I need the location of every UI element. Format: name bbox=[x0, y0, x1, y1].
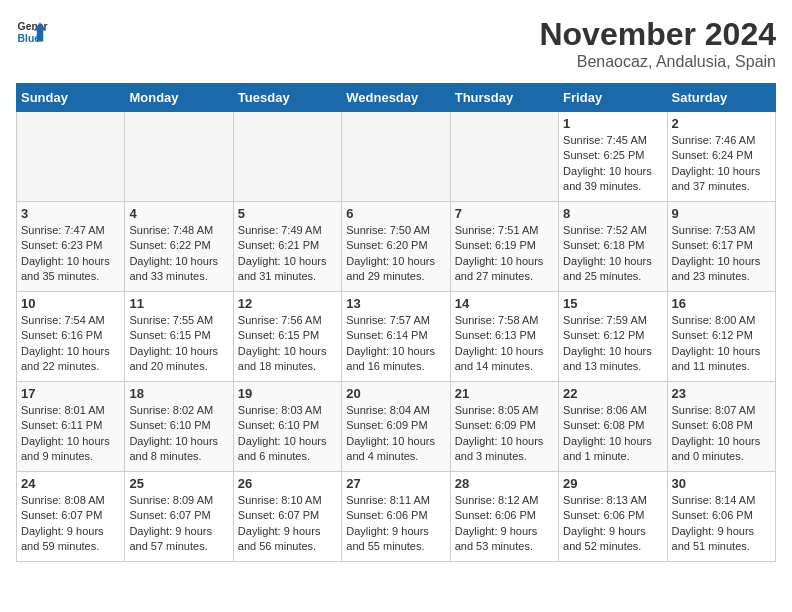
day-info: Sunrise: 7:56 AM Sunset: 6:15 PM Dayligh… bbox=[238, 313, 337, 375]
calendar-cell: 11Sunrise: 7:55 AM Sunset: 6:15 PM Dayli… bbox=[125, 292, 233, 382]
day-number: 27 bbox=[346, 476, 445, 491]
day-info: Sunrise: 7:49 AM Sunset: 6:21 PM Dayligh… bbox=[238, 223, 337, 285]
day-info: Sunrise: 7:58 AM Sunset: 6:13 PM Dayligh… bbox=[455, 313, 554, 375]
day-number: 4 bbox=[129, 206, 228, 221]
weekday-header-tuesday: Tuesday bbox=[233, 84, 341, 112]
weekday-header-saturday: Saturday bbox=[667, 84, 775, 112]
day-number: 7 bbox=[455, 206, 554, 221]
day-number: 19 bbox=[238, 386, 337, 401]
day-info: Sunrise: 7:50 AM Sunset: 6:20 PM Dayligh… bbox=[346, 223, 445, 285]
calendar-cell: 22Sunrise: 8:06 AM Sunset: 6:08 PM Dayli… bbox=[559, 382, 667, 472]
day-info: Sunrise: 8:10 AM Sunset: 6:07 PM Dayligh… bbox=[238, 493, 337, 555]
weekday-header-friday: Friday bbox=[559, 84, 667, 112]
day-number: 24 bbox=[21, 476, 120, 491]
day-info: Sunrise: 7:51 AM Sunset: 6:19 PM Dayligh… bbox=[455, 223, 554, 285]
day-info: Sunrise: 8:12 AM Sunset: 6:06 PM Dayligh… bbox=[455, 493, 554, 555]
day-info: Sunrise: 8:04 AM Sunset: 6:09 PM Dayligh… bbox=[346, 403, 445, 465]
calendar-cell: 18Sunrise: 8:02 AM Sunset: 6:10 PM Dayli… bbox=[125, 382, 233, 472]
calendar-cell: 3Sunrise: 7:47 AM Sunset: 6:23 PM Daylig… bbox=[17, 202, 125, 292]
calendar-cell: 7Sunrise: 7:51 AM Sunset: 6:19 PM Daylig… bbox=[450, 202, 558, 292]
day-number: 22 bbox=[563, 386, 662, 401]
day-number: 23 bbox=[672, 386, 771, 401]
day-info: Sunrise: 8:05 AM Sunset: 6:09 PM Dayligh… bbox=[455, 403, 554, 465]
weekday-header-thursday: Thursday bbox=[450, 84, 558, 112]
weekday-header-sunday: Sunday bbox=[17, 84, 125, 112]
day-info: Sunrise: 8:06 AM Sunset: 6:08 PM Dayligh… bbox=[563, 403, 662, 465]
day-number: 25 bbox=[129, 476, 228, 491]
calendar-cell: 6Sunrise: 7:50 AM Sunset: 6:20 PM Daylig… bbox=[342, 202, 450, 292]
day-number: 5 bbox=[238, 206, 337, 221]
calendar-cell: 30Sunrise: 8:14 AM Sunset: 6:06 PM Dayli… bbox=[667, 472, 775, 562]
day-info: Sunrise: 7:52 AM Sunset: 6:18 PM Dayligh… bbox=[563, 223, 662, 285]
calendar-cell: 16Sunrise: 8:00 AM Sunset: 6:12 PM Dayli… bbox=[667, 292, 775, 382]
day-number: 15 bbox=[563, 296, 662, 311]
day-number: 1 bbox=[563, 116, 662, 131]
day-number: 6 bbox=[346, 206, 445, 221]
calendar-table: SundayMondayTuesdayWednesdayThursdayFrid… bbox=[16, 83, 776, 562]
calendar-cell: 24Sunrise: 8:08 AM Sunset: 6:07 PM Dayli… bbox=[17, 472, 125, 562]
day-info: Sunrise: 7:47 AM Sunset: 6:23 PM Dayligh… bbox=[21, 223, 120, 285]
weekday-header-wednesday: Wednesday bbox=[342, 84, 450, 112]
calendar-cell: 28Sunrise: 8:12 AM Sunset: 6:06 PM Dayli… bbox=[450, 472, 558, 562]
calendar-cell: 27Sunrise: 8:11 AM Sunset: 6:06 PM Dayli… bbox=[342, 472, 450, 562]
day-info: Sunrise: 8:08 AM Sunset: 6:07 PM Dayligh… bbox=[21, 493, 120, 555]
calendar-cell: 21Sunrise: 8:05 AM Sunset: 6:09 PM Dayli… bbox=[450, 382, 558, 472]
title-area: November 2024 Benaocaz, Andalusia, Spain bbox=[539, 16, 776, 71]
day-info: Sunrise: 8:11 AM Sunset: 6:06 PM Dayligh… bbox=[346, 493, 445, 555]
day-info: Sunrise: 8:03 AM Sunset: 6:10 PM Dayligh… bbox=[238, 403, 337, 465]
calendar-cell: 20Sunrise: 8:04 AM Sunset: 6:09 PM Dayli… bbox=[342, 382, 450, 472]
day-info: Sunrise: 8:01 AM Sunset: 6:11 PM Dayligh… bbox=[21, 403, 120, 465]
calendar-cell: 25Sunrise: 8:09 AM Sunset: 6:07 PM Dayli… bbox=[125, 472, 233, 562]
calendar-cell: 23Sunrise: 8:07 AM Sunset: 6:08 PM Dayli… bbox=[667, 382, 775, 472]
location-title: Benaocaz, Andalusia, Spain bbox=[539, 53, 776, 71]
day-number: 9 bbox=[672, 206, 771, 221]
calendar-cell: 8Sunrise: 7:52 AM Sunset: 6:18 PM Daylig… bbox=[559, 202, 667, 292]
day-number: 10 bbox=[21, 296, 120, 311]
calendar-cell: 10Sunrise: 7:54 AM Sunset: 6:16 PM Dayli… bbox=[17, 292, 125, 382]
month-title: November 2024 bbox=[539, 16, 776, 53]
day-number: 3 bbox=[21, 206, 120, 221]
logo-icon: General Blue bbox=[16, 16, 48, 48]
day-number: 13 bbox=[346, 296, 445, 311]
day-info: Sunrise: 8:07 AM Sunset: 6:08 PM Dayligh… bbox=[672, 403, 771, 465]
day-number: 26 bbox=[238, 476, 337, 491]
day-number: 21 bbox=[455, 386, 554, 401]
day-info: Sunrise: 8:00 AM Sunset: 6:12 PM Dayligh… bbox=[672, 313, 771, 375]
calendar-cell: 29Sunrise: 8:13 AM Sunset: 6:06 PM Dayli… bbox=[559, 472, 667, 562]
calendar-cell: 4Sunrise: 7:48 AM Sunset: 6:22 PM Daylig… bbox=[125, 202, 233, 292]
calendar-cell bbox=[17, 112, 125, 202]
day-info: Sunrise: 8:14 AM Sunset: 6:06 PM Dayligh… bbox=[672, 493, 771, 555]
calendar-cell: 15Sunrise: 7:59 AM Sunset: 6:12 PM Dayli… bbox=[559, 292, 667, 382]
day-info: Sunrise: 7:54 AM Sunset: 6:16 PM Dayligh… bbox=[21, 313, 120, 375]
day-number: 18 bbox=[129, 386, 228, 401]
day-number: 29 bbox=[563, 476, 662, 491]
logo: General Blue bbox=[16, 16, 48, 48]
day-number: 14 bbox=[455, 296, 554, 311]
calendar-cell: 19Sunrise: 8:03 AM Sunset: 6:10 PM Dayli… bbox=[233, 382, 341, 472]
weekday-header-monday: Monday bbox=[125, 84, 233, 112]
day-number: 12 bbox=[238, 296, 337, 311]
calendar-cell bbox=[125, 112, 233, 202]
calendar-cell: 26Sunrise: 8:10 AM Sunset: 6:07 PM Dayli… bbox=[233, 472, 341, 562]
day-number: 20 bbox=[346, 386, 445, 401]
header: General Blue November 2024 Benaocaz, And… bbox=[16, 16, 776, 71]
day-info: Sunrise: 7:48 AM Sunset: 6:22 PM Dayligh… bbox=[129, 223, 228, 285]
day-info: Sunrise: 7:45 AM Sunset: 6:25 PM Dayligh… bbox=[563, 133, 662, 195]
calendar-cell: 9Sunrise: 7:53 AM Sunset: 6:17 PM Daylig… bbox=[667, 202, 775, 292]
day-number: 11 bbox=[129, 296, 228, 311]
day-info: Sunrise: 7:57 AM Sunset: 6:14 PM Dayligh… bbox=[346, 313, 445, 375]
day-info: Sunrise: 7:55 AM Sunset: 6:15 PM Dayligh… bbox=[129, 313, 228, 375]
day-number: 2 bbox=[672, 116, 771, 131]
calendar-cell: 14Sunrise: 7:58 AM Sunset: 6:13 PM Dayli… bbox=[450, 292, 558, 382]
day-number: 28 bbox=[455, 476, 554, 491]
calendar-cell bbox=[450, 112, 558, 202]
day-number: 30 bbox=[672, 476, 771, 491]
calendar-cell bbox=[233, 112, 341, 202]
calendar-cell: 2Sunrise: 7:46 AM Sunset: 6:24 PM Daylig… bbox=[667, 112, 775, 202]
day-number: 8 bbox=[563, 206, 662, 221]
day-info: Sunrise: 7:59 AM Sunset: 6:12 PM Dayligh… bbox=[563, 313, 662, 375]
day-info: Sunrise: 8:13 AM Sunset: 6:06 PM Dayligh… bbox=[563, 493, 662, 555]
calendar-cell bbox=[342, 112, 450, 202]
calendar-cell: 17Sunrise: 8:01 AM Sunset: 6:11 PM Dayli… bbox=[17, 382, 125, 472]
calendar-cell: 1Sunrise: 7:45 AM Sunset: 6:25 PM Daylig… bbox=[559, 112, 667, 202]
